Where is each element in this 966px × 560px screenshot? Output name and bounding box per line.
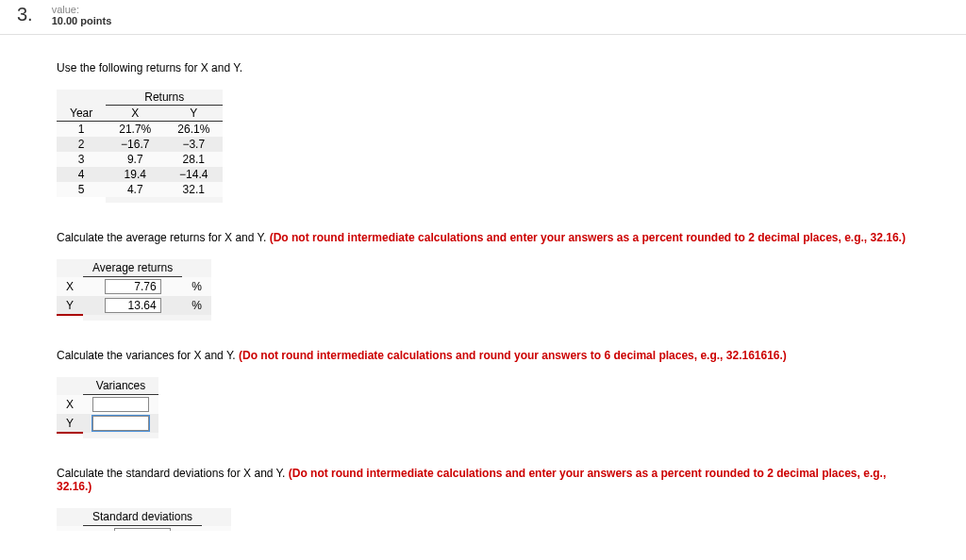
table-row: 54.732.1	[57, 182, 223, 197]
table-row: X 15.22 %	[57, 526, 231, 532]
table-row: 419.4−14.4	[57, 167, 223, 182]
table-row: Y 13.64 %	[57, 296, 211, 315]
table-row: 2−16.7−3.7	[57, 137, 223, 152]
variances-table: Variances X Y	[57, 377, 158, 438]
avg-prompt-text: Calculate the average returns for X and …	[57, 231, 270, 244]
var-prompt-red: (Do not round intermediate calculations …	[239, 349, 787, 362]
avg-prompt-red: (Do not round intermediate calculations …	[270, 231, 906, 244]
question-content: Use the following returns for X and Y. R…	[0, 35, 906, 531]
table-row: Y	[57, 414, 158, 433]
table-row: 121.7%26.1%	[57, 122, 223, 138]
avg-x-label: X	[57, 277, 83, 297]
points-value: 10.00 points	[52, 15, 112, 26]
points-block: value: 10.00 points	[52, 4, 112, 26]
avg-y-label: Y	[57, 296, 83, 315]
sd-table-partial: Standard deviations X 15.22 %	[57, 508, 906, 531]
avg-y-input[interactable]: 13.64	[105, 298, 161, 313]
table-row: X 7.76 %	[57, 277, 211, 297]
var-prompt: Calculate the variances for X and Y. (Do…	[57, 349, 906, 362]
question-header: 3. value: 10.00 points	[0, 0, 966, 35]
var-x-input[interactable]	[92, 397, 149, 412]
pct-label: %	[182, 296, 211, 315]
value-label: value:	[52, 4, 112, 15]
var-y-label: Y	[57, 414, 83, 433]
avg-header: Average returns	[83, 259, 182, 277]
table-row: 39.728.1	[57, 152, 223, 167]
sd-table: Standard deviations X 15.22 %	[57, 508, 231, 531]
col-x: X	[106, 106, 164, 122]
avg-x-input[interactable]: 7.76	[105, 279, 161, 294]
var-x-label: X	[57, 395, 83, 415]
instruction-main: Use the following returns for X and Y.	[57, 61, 906, 74]
var-header: Variances	[83, 377, 158, 395]
sd-x-label: X	[57, 526, 83, 532]
pct-label: %	[182, 277, 211, 297]
returns-table: Returns Year X Y 121.7%26.1% 2−16.7−3.7 …	[57, 90, 223, 203]
table-row: X	[57, 395, 158, 415]
sd-header: Standard deviations	[83, 508, 202, 526]
var-y-input[interactable]	[92, 416, 149, 431]
sd-x-input[interactable]: 15.22	[114, 528, 171, 531]
sd-prompt-text: Calculate the standard deviations for X …	[57, 467, 289, 480]
col-year: Year	[57, 106, 106, 122]
avg-returns-table: Average returns X 7.76 % Y 13.64 %	[57, 259, 211, 321]
returns-group-header: Returns	[106, 90, 223, 106]
avg-prompt: Calculate the average returns for X and …	[57, 231, 906, 244]
var-prompt-text: Calculate the variances for X and Y.	[57, 349, 239, 362]
sd-prompt: Calculate the standard deviations for X …	[57, 467, 906, 493]
col-y: Y	[164, 106, 223, 122]
pct-label: %	[202, 526, 231, 532]
question-number: 3.	[17, 4, 33, 25]
